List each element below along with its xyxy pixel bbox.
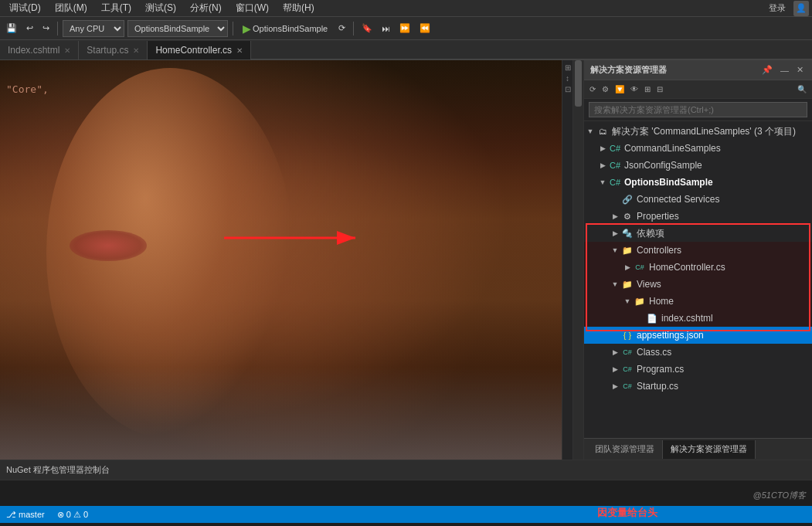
se-tb-view[interactable]: 👁 <box>628 84 640 94</box>
tree-item-program[interactable]: ▶ C# Program.cs <box>584 361 812 378</box>
tree-item-optionsbind[interactable]: ▼ C# OptionsBindSample <box>584 174 812 191</box>
expand-solution[interactable]: ▼ <box>584 127 596 135</box>
sep1 <box>57 22 58 36</box>
tree-item-connected[interactable]: 🔗 Connected Services <box>584 191 812 208</box>
cpu-selector[interactable]: Any CPU <box>63 20 124 37</box>
expand-startup[interactable]: ▶ <box>609 382 621 390</box>
tb-debug1[interactable]: ⏭ <box>379 22 393 35</box>
se-tb-collapse[interactable]: ⊟ <box>654 84 665 94</box>
se-tb-filter[interactable]: 🔽 <box>613 84 627 94</box>
connected-label: Connected Services <box>637 194 719 205</box>
appsettings-icon: { } <box>621 329 634 341</box>
jsonconfig-label: JsonConfigSample <box>624 160 702 171</box>
controllers-icon: 📁 <box>621 244 634 256</box>
solution-explorer-tab[interactable]: 解决方案资源管理器 <box>663 440 756 459</box>
properties-label: Properties <box>637 211 679 222</box>
minimap-btn1[interactable]: ⊞ <box>565 63 571 72</box>
expand-cmdline[interactable]: ▶ <box>596 144 609 152</box>
class-icon: C# <box>621 346 634 358</box>
tree-item-deps[interactable]: ▶ 🔩 依赖项 <box>584 225 812 242</box>
menu-help[interactable]: 帮助(H) <box>277 0 321 16</box>
tree-view[interactable]: ▼ 🗂 解决方案 'CommandLineSamples' (3 个项目) ▶ … <box>584 121 812 438</box>
scrollbar-thumb[interactable] <box>575 60 582 107</box>
minimap-btn3[interactable]: ⊡ <box>565 85 571 93</box>
expand-jsonconfig[interactable]: ▶ <box>596 161 609 169</box>
panel-pin-btn[interactable]: 📌 <box>759 64 775 76</box>
tree-item-home-folder[interactable]: ▼ 📁 Home <box>584 293 812 310</box>
se-tb-search-btn[interactable]: 🔍 <box>795 84 809 94</box>
home-folder-label: Home <box>649 296 674 307</box>
tree-item-cmdline[interactable]: ▶ C# CommandLineSamples <box>584 140 812 157</box>
background-image <box>0 60 583 460</box>
expand-program[interactable]: ▶ <box>609 365 621 373</box>
status-branch: ⎇ master <box>6 510 45 520</box>
menu-window[interactable]: 窗口(W) <box>229 0 275 16</box>
expand-properties[interactable]: ▶ <box>609 212 621 220</box>
optionsbind-label: OptionsBindSample <box>624 177 713 188</box>
tb-refresh[interactable]: ⟳ <box>335 22 348 35</box>
red-bottom-label: 因变量给台头 <box>597 506 657 520</box>
tb-redo[interactable]: ↪ <box>39 22 53 35</box>
menu-analyze[interactable]: 分析(N) <box>184 0 228 16</box>
search-input[interactable] <box>589 102 807 117</box>
menu-bar: 调试(D) 团队(M) 工具(T) 测试(S) 分析(N) 窗口(W) 帮助(H… <box>0 0 812 17</box>
tab-index[interactable]: Index.cshtml ✕ <box>0 41 79 59</box>
tree-item-controllers[interactable]: ▼ 📁 Controllers <box>584 242 812 259</box>
tree-item-startup[interactable]: ▶ C# Startup.cs <box>584 378 812 395</box>
team-explorer-tab[interactable]: 团队资源管理器 <box>587 440 663 459</box>
status-bar: ⎇ master ⊗ 0 ⚠ 0 <box>0 506 812 523</box>
tree-item-appsettings[interactable]: { } appsettings.json <box>584 327 812 344</box>
tab-homecontroller[interactable]: HomeController.cs ✕ <box>148 41 251 59</box>
solution-icon: 🗂 <box>596 125 609 137</box>
panel-controls: 📌 — ✕ <box>759 64 806 76</box>
tree-item-views[interactable]: ▼ 📁 Views <box>584 276 812 293</box>
menu-team[interactable]: 团队(M) <box>49 0 93 16</box>
minimap-btn2[interactable]: ↕ <box>566 74 569 83</box>
tree-item-solution[interactable]: ▼ 🗂 解决方案 'CommandLineSamples' (3 个项目) <box>584 123 812 140</box>
tree-item-properties[interactable]: ▶ ⚙ Properties <box>584 208 812 225</box>
se-tb-settings[interactable]: ⚙ <box>600 84 611 94</box>
toolbar: 💾 ↩ ↪ Any CPU OptionsBindSample ▶ Option… <box>0 17 812 40</box>
editor-scrollbar[interactable] <box>572 60 583 460</box>
run-button[interactable]: ▶ OptionsBindSample <box>238 21 332 36</box>
tree-item-index-cshtml[interactable]: 📄 index.cshtml <box>584 310 812 327</box>
tab-startup[interactable]: Startup.cs ✕ <box>79 41 148 59</box>
menu-debug[interactable]: 调试(D) <box>3 0 47 16</box>
menu-test[interactable]: 测试(S) <box>139 0 182 16</box>
expand-optionsbind[interactable]: ▼ <box>596 178 609 186</box>
index-cshtml-label: index.cshtml <box>661 313 713 324</box>
expand-homecontroller[interactable]: ▶ <box>621 263 634 271</box>
output-header: NuGet 程序包管理器控制台 <box>0 460 812 480</box>
se-tb-expand[interactable]: ⊞ <box>642 84 653 94</box>
menu-tools[interactable]: 工具(T) <box>95 0 138 16</box>
tab-startup-close[interactable]: ✕ <box>133 46 139 55</box>
tb-save[interactable]: 💾 <box>3 22 20 35</box>
tab-index-close[interactable]: ✕ <box>64 46 70 55</box>
user-login[interactable]: 登录 <box>763 1 792 15</box>
project-selector[interactable]: OptionsBindSample <box>127 20 228 37</box>
homecontroller-label: HomeController.cs <box>649 262 725 273</box>
cmdline-label: CommandLineSamples <box>624 143 721 154</box>
tb-bookmark[interactable]: 🔖 <box>358 22 375 35</box>
tree-item-homecontroller[interactable]: ▶ C# HomeController.cs <box>584 259 812 276</box>
editor-area[interactable]: "Core", ⊞ ↕ ⊡ <box>0 60 583 460</box>
tree-item-class[interactable]: ▶ C# Class.cs <box>584 344 812 361</box>
user-avatar[interactable]: 👤 <box>793 1 809 16</box>
expand-deps[interactable]: ▶ <box>609 229 621 237</box>
output-label: NuGet 程序包管理器控制台 <box>6 464 110 476</box>
expand-controllers[interactable]: ▼ <box>609 246 621 254</box>
tb-undo[interactable]: ↩ <box>23 22 36 35</box>
deps-icon: 🔩 <box>621 227 634 239</box>
expand-class[interactable]: ▶ <box>609 348 621 356</box>
controllers-label: Controllers <box>637 245 681 256</box>
tb-debug3[interactable]: ⏪ <box>416 22 433 35</box>
expand-home-folder[interactable]: ▼ <box>621 297 634 305</box>
panel-unpin-btn[interactable]: — <box>778 64 791 76</box>
tree-item-jsonconfig[interactable]: ▶ C# JsonConfigSample <box>584 157 812 174</box>
tab-homecontroller-close[interactable]: ✕ <box>236 46 243 55</box>
se-tb-sync[interactable]: ⟳ <box>587 84 598 94</box>
panel-close-btn[interactable]: ✕ <box>794 64 806 76</box>
code-line: "Core", <box>6 83 49 95</box>
expand-views[interactable]: ▼ <box>609 280 621 288</box>
tb-debug2[interactable]: ⏩ <box>396 22 413 35</box>
